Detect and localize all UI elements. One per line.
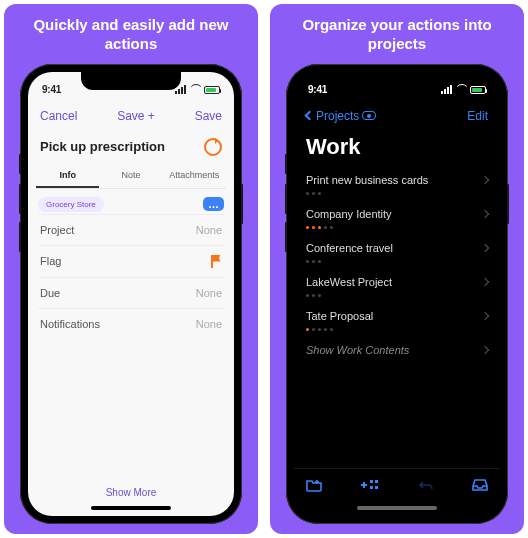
show-more-button[interactable]: Show More	[28, 481, 234, 502]
promo-heading-left: Quickly and easily add new actions	[6, 14, 256, 64]
screen-dark: 9:41 Projects Edit Work Print	[294, 72, 500, 516]
wifi-icon	[455, 85, 467, 94]
repeat-icon[interactable]	[204, 138, 222, 156]
save-plus-button[interactable]: Save +	[117, 109, 155, 123]
status-indicators	[441, 85, 486, 94]
tab-info[interactable]: Info	[36, 164, 99, 188]
action-title[interactable]: Pick up prescription	[40, 139, 165, 154]
chevron-right-icon	[481, 277, 489, 285]
wifi-icon	[189, 85, 201, 94]
row-project[interactable]: Project None	[38, 214, 224, 245]
inbox-icon[interactable]	[472, 478, 488, 492]
svg-rect-1	[375, 480, 378, 483]
project-row[interactable]: LakeWest Project	[294, 268, 500, 302]
promo-panel-right: Organize your actions into projects 9:41…	[270, 4, 524, 534]
flag-icon	[211, 255, 222, 268]
phone-frame-left: 9:41 Cancel Save + Save Pick up prescrip…	[20, 64, 242, 524]
new-folder-icon[interactable]	[306, 478, 322, 492]
battery-icon	[204, 86, 220, 94]
chevron-right-icon	[481, 209, 489, 217]
status-indicators	[175, 85, 220, 94]
battery-icon	[470, 86, 486, 94]
chevron-right-icon	[481, 345, 489, 353]
row-notif-label: Notifications	[40, 318, 100, 330]
project-label: Print new business cards	[306, 174, 428, 186]
undo-icon[interactable]	[418, 478, 434, 492]
svg-rect-0	[370, 480, 373, 483]
phone-frame-right: 9:41 Projects Edit Work Print	[286, 64, 508, 524]
row-project-value: None	[196, 224, 222, 236]
row-flag-label: Flag	[40, 255, 61, 267]
page-title: Work	[294, 132, 500, 166]
chevron-left-icon	[305, 111, 315, 121]
project-label: Conference travel	[306, 242, 393, 254]
project-row[interactable]: Print new business cards	[294, 166, 500, 200]
tag[interactable]: Grocery Store	[38, 197, 104, 212]
chevron-right-icon	[481, 311, 489, 319]
promo-panel-left: Quickly and easily add new actions 9:41 …	[4, 4, 258, 534]
show-contents-label: Show Work Contents	[306, 344, 409, 356]
cancel-button[interactable]: Cancel	[40, 109, 77, 123]
tab-note[interactable]: Note	[99, 164, 162, 188]
bottom-toolbar	[294, 468, 500, 502]
nav-bar: Cancel Save + Save	[28, 100, 234, 132]
save-button[interactable]: Save	[195, 109, 222, 123]
notch	[81, 72, 181, 90]
edit-button[interactable]: Edit	[467, 109, 488, 123]
row-notifications[interactable]: Notifications None	[38, 308, 224, 339]
row-project-label: Project	[40, 224, 74, 236]
svg-rect-3	[375, 486, 378, 489]
screen-light: 9:41 Cancel Save + Save Pick up prescrip…	[28, 72, 234, 516]
chevron-right-icon	[481, 243, 489, 251]
notch	[347, 72, 447, 90]
status-time: 9:41	[42, 84, 61, 95]
chevron-right-icon	[481, 175, 489, 183]
more-tags-button[interactable]: …	[203, 197, 224, 211]
status-time: 9:41	[308, 84, 327, 95]
tab-attachments[interactable]: Attachments	[163, 164, 226, 188]
project-label: LakeWest Project	[306, 276, 392, 288]
eye-icon[interactable]	[362, 111, 376, 120]
project-row[interactable]: Conference travel	[294, 234, 500, 268]
row-due[interactable]: Due None	[38, 277, 224, 308]
svg-rect-2	[370, 486, 373, 489]
project-row[interactable]: Company Identity	[294, 200, 500, 234]
row-flag[interactable]: Flag	[38, 245, 224, 277]
row-due-value: None	[196, 287, 222, 299]
promo-heading-right: Organize your actions into projects	[272, 14, 522, 64]
project-list: Print new business cards Company Identit…	[294, 166, 500, 370]
nav-bar: Projects Edit	[294, 100, 500, 132]
project-label: Tate Proposal	[306, 310, 373, 322]
add-item-icon[interactable]	[360, 478, 380, 492]
home-indicator	[357, 506, 437, 510]
show-contents-row[interactable]: Show Work Contents	[294, 336, 500, 370]
segmented-tabs: Info Note Attachments	[36, 164, 226, 189]
back-label: Projects	[316, 109, 359, 123]
row-due-label: Due	[40, 287, 60, 299]
back-button[interactable]: Projects	[306, 109, 376, 123]
project-row[interactable]: Tate Proposal	[294, 302, 500, 336]
row-notif-value: None	[196, 318, 222, 330]
project-label: Company Identity	[306, 208, 392, 220]
home-indicator	[91, 506, 171, 510]
